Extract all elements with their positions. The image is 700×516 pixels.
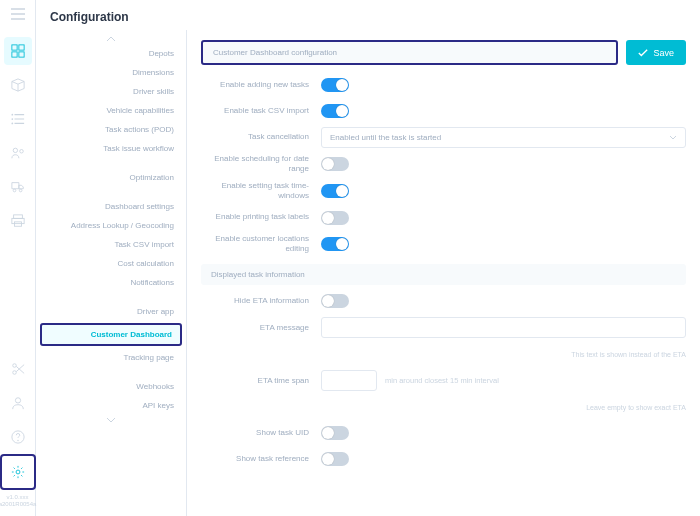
version-label: v1.0.xxx a2001R0054a bbox=[0, 494, 36, 508]
nav-item-task-actions-pod-[interactable]: Task actions (POD) bbox=[36, 120, 186, 139]
chevron-up-icon[interactable] bbox=[36, 34, 186, 44]
section-displayed-info: Displayed task information bbox=[201, 264, 686, 285]
label-enable-csv: Enable task CSV import bbox=[201, 106, 321, 116]
settings-nav: DepotsDimensionsDriver skillsVehicle cap… bbox=[36, 30, 187, 516]
nav-item-depots[interactable]: Depots bbox=[36, 44, 186, 63]
toggle-ref[interactable] bbox=[321, 452, 349, 466]
toggle-hide-eta[interactable] bbox=[321, 294, 349, 308]
svg-point-6 bbox=[11, 123, 13, 125]
svg-rect-12 bbox=[11, 218, 23, 223]
icon-rail: v1.0.xxx a2001R0054a bbox=[0, 0, 36, 516]
label-sched: Enable scheduling for date range bbox=[201, 154, 321, 175]
label-cancellation: Task cancellation bbox=[201, 132, 321, 142]
chevron-down-icon bbox=[669, 135, 677, 140]
toggle-tw[interactable] bbox=[321, 184, 349, 198]
nav-item-cost-calculation[interactable]: Cost calculation bbox=[36, 254, 186, 273]
svg-rect-3 bbox=[18, 52, 23, 57]
nav-item-notifications[interactable]: Notifications bbox=[36, 273, 186, 292]
label-print: Enable printing task labels bbox=[201, 212, 321, 222]
svg-rect-0 bbox=[11, 45, 16, 50]
toggle-enable-csv[interactable] bbox=[321, 104, 349, 118]
input-eta-msg[interactable] bbox=[321, 317, 686, 338]
rail-users[interactable] bbox=[4, 139, 32, 167]
svg-point-4 bbox=[11, 114, 13, 116]
settings-panel: Customer Dashboard configuration Save En… bbox=[187, 30, 700, 516]
nav-item-task-csv-import[interactable]: Task CSV import bbox=[36, 235, 186, 254]
svg-point-14 bbox=[12, 363, 16, 367]
rail-help[interactable] bbox=[4, 423, 32, 451]
svg-rect-2 bbox=[11, 52, 16, 57]
nav-item-tracking-page[interactable]: Tracking page bbox=[36, 348, 186, 367]
rail-list[interactable] bbox=[4, 105, 32, 133]
rail-printer[interactable] bbox=[4, 207, 32, 235]
helper-eta-span: Leave empty to show exact ETA bbox=[321, 404, 686, 411]
svg-point-8 bbox=[19, 150, 23, 154]
nav-item-address-lookup-geocoding[interactable]: Address Lookup / Geocoding bbox=[36, 216, 186, 235]
rail-account[interactable] bbox=[4, 389, 32, 417]
label-eta-span: ETA time span bbox=[201, 376, 321, 386]
nav-item-driver-skills[interactable]: Driver skills bbox=[36, 82, 186, 101]
svg-point-5 bbox=[11, 118, 13, 120]
label-tw: Enable setting task time-windows bbox=[201, 181, 321, 202]
nav-item-customer-dashboard[interactable]: Customer Dashboard bbox=[40, 323, 182, 346]
svg-rect-1 bbox=[18, 45, 23, 50]
label-enable-add: Enable adding new tasks bbox=[201, 80, 321, 90]
chevron-down-icon[interactable] bbox=[36, 415, 186, 425]
nav-item-driver-app[interactable]: Driver app bbox=[36, 302, 186, 321]
label-loc: Enable customer locations editing bbox=[201, 234, 321, 255]
suffix-eta-span: min around closest 15 min interval bbox=[385, 376, 499, 385]
page-title: Configuration bbox=[36, 0, 700, 30]
rail-box[interactable] bbox=[4, 71, 32, 99]
nav-item-dimensions[interactable]: Dimensions bbox=[36, 63, 186, 82]
toggle-loc[interactable] bbox=[321, 237, 349, 251]
svg-rect-11 bbox=[13, 215, 22, 219]
rail-settings[interactable] bbox=[4, 458, 32, 486]
nav-item-webhooks[interactable]: Webhooks bbox=[36, 377, 186, 396]
svg-point-15 bbox=[12, 370, 16, 374]
toggle-print[interactable] bbox=[321, 211, 349, 225]
nav-item-dashboard-settings[interactable]: Dashboard settings bbox=[36, 197, 186, 216]
save-button[interactable]: Save bbox=[626, 40, 686, 65]
label-ref: Show task reference bbox=[201, 454, 321, 464]
nav-item-optimization[interactable]: Optimization bbox=[36, 168, 186, 187]
panel-header: Customer Dashboard configuration bbox=[201, 40, 618, 65]
svg-point-16 bbox=[15, 397, 20, 402]
rail-scissors[interactable] bbox=[4, 355, 32, 383]
menu-icon[interactable] bbox=[11, 8, 25, 20]
rail-truck[interactable] bbox=[4, 173, 32, 201]
toggle-enable-add[interactable] bbox=[321, 78, 349, 92]
helper-eta-msg: This text is shown instead of the ETA bbox=[321, 351, 686, 358]
nav-item-task-issue-workflow[interactable]: Task issue workflow bbox=[36, 139, 186, 158]
save-label: Save bbox=[653, 48, 674, 58]
svg-point-19 bbox=[16, 470, 20, 474]
nav-item-vehicle-capabilities[interactable]: Vehicle capabilities bbox=[36, 101, 186, 120]
select-cancellation[interactable]: Enabled until the task is started bbox=[321, 127, 686, 148]
label-hide-eta: Hide ETA information bbox=[201, 296, 321, 306]
rail-dashboard[interactable] bbox=[4, 37, 32, 65]
nav-item-api-keys[interactable]: API keys bbox=[36, 396, 186, 415]
check-icon bbox=[638, 48, 648, 58]
select-value: Enabled until the task is started bbox=[330, 133, 441, 142]
svg-point-7 bbox=[13, 148, 17, 152]
svg-point-10 bbox=[19, 189, 22, 192]
input-eta-span[interactable] bbox=[321, 370, 377, 391]
svg-point-9 bbox=[13, 189, 16, 192]
label-uid: Show task UID bbox=[201, 428, 321, 438]
svg-point-18 bbox=[17, 439, 18, 440]
label-eta-msg: ETA message bbox=[201, 323, 321, 333]
toggle-uid[interactable] bbox=[321, 426, 349, 440]
toggle-sched[interactable] bbox=[321, 157, 349, 171]
